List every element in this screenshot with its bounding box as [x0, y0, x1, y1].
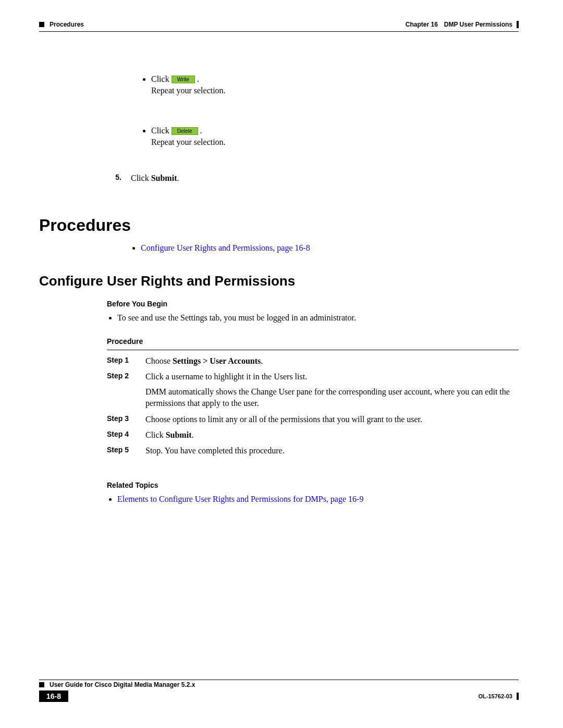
- header-chapter: Chapter 16: [406, 21, 438, 28]
- step-2-text-b: DMM automatically shows the Change User …: [145, 386, 519, 410]
- text-repeat-1: Repeat your selection.: [151, 86, 226, 95]
- write-button[interactable]: Write: [172, 76, 195, 83]
- step-4-row: Step 4 Click Submit.: [107, 429, 519, 441]
- step-5-label-procedure: Step 5: [107, 445, 145, 456]
- link-configure-user-rights[interactable]: Configure User Rights and Permissions, p…: [141, 243, 310, 252]
- header-section-name: Procedures: [50, 21, 84, 28]
- header-bar-icon: [517, 21, 519, 28]
- step-5-top: 5. Click Submit.: [107, 172, 519, 184]
- subhead-related-topics: Related Topics: [107, 481, 519, 489]
- footer-page-number: 16-8: [39, 690, 68, 702]
- step-5-row-procedure: Step 5 Stop. You have completed this pro…: [107, 445, 519, 456]
- page-header: Procedures Chapter 16 DMP User Permissio…: [39, 21, 519, 28]
- step-2-label: Step 2: [107, 371, 145, 409]
- footer-doc-number: OL-15762-03: [479, 693, 512, 699]
- text-click-write: Click: [151, 75, 172, 83]
- step-5-text-procedure: Stop. You have completed this procedure.: [145, 445, 519, 456]
- step-3-text: Choose options to limit any or all of th…: [145, 414, 519, 425]
- before-bullet: To see and use the Settings tab, you mus…: [117, 312, 519, 324]
- step-1-text-c: .: [261, 356, 263, 365]
- footer-square-icon: [39, 682, 44, 687]
- text-period-2: .: [200, 126, 202, 135]
- text-period: .: [197, 75, 199, 83]
- step-2-row: Step 2 Click a username to highlight it …: [107, 371, 519, 409]
- step-4-text-a: Click: [145, 430, 166, 439]
- step-5-text-c: .: [177, 174, 179, 182]
- step-5-text-a: Click: [131, 174, 151, 182]
- text-repeat-2: Repeat your selection.: [151, 138, 226, 146]
- step-1-row: Step 1 Choose Settings > User Accounts.: [107, 355, 519, 367]
- step-3-label: Step 3: [107, 414, 145, 425]
- heading-procedures: Procedures: [39, 216, 519, 235]
- subhead-before-you-begin: Before You Begin: [107, 300, 519, 308]
- header-right: Chapter 16 DMP User Permissions: [406, 21, 519, 28]
- step-1-label: Step 1: [107, 355, 145, 367]
- bullet-delete: Click Delete . Repeat your selection.: [151, 125, 519, 147]
- text-click-delete: Click: [151, 126, 172, 135]
- step-4-text-b: Submit: [166, 430, 192, 439]
- header-left: Procedures: [39, 21, 84, 28]
- step-4-label: Step 4: [107, 429, 145, 441]
- bullet-link-config: Configure User Rights and Permissions, p…: [141, 242, 519, 254]
- heading-configure-user-rights: Configure User Rights and Permissions: [39, 273, 519, 289]
- step-1-text-a: Choose: [145, 356, 173, 365]
- step-2-text-a: Click a username to highlight it in the …: [145, 371, 519, 382]
- procedure-rule: [107, 350, 519, 350]
- related-bullet: Elements to Configure User Rights and Pe…: [117, 493, 519, 505]
- step-5-number: 5.: [107, 172, 125, 184]
- header-rule: [39, 31, 519, 32]
- step-5-text-b: Submit: [151, 174, 177, 182]
- page-footer: User Guide for Cisco Digital Media Manag…: [39, 680, 519, 702]
- delete-button[interactable]: Delete: [172, 127, 198, 135]
- step-1-text-b: Settings > User Accounts: [173, 356, 261, 365]
- step-3-row: Step 3 Choose options to limit any or al…: [107, 414, 519, 425]
- subhead-procedure: Procedure: [107, 337, 519, 346]
- bullet-write: Click Write . Repeat your selection.: [151, 73, 519, 96]
- top-continuation: Click Write . Repeat your selection. Cli…: [141, 73, 519, 147]
- procedure-steps: Step 1 Choose Settings > User Accounts. …: [107, 355, 519, 457]
- header-chapter-title: DMP User Permissions: [444, 21, 512, 28]
- step-4-text-c: .: [191, 430, 193, 439]
- footer-bar-icon: [517, 693, 519, 700]
- header-square-icon: [39, 22, 44, 27]
- footer-book-title: User Guide for Cisco Digital Media Manag…: [50, 681, 195, 688]
- link-elements-dmps[interactable]: Elements to Configure User Rights and Pe…: [117, 495, 363, 503]
